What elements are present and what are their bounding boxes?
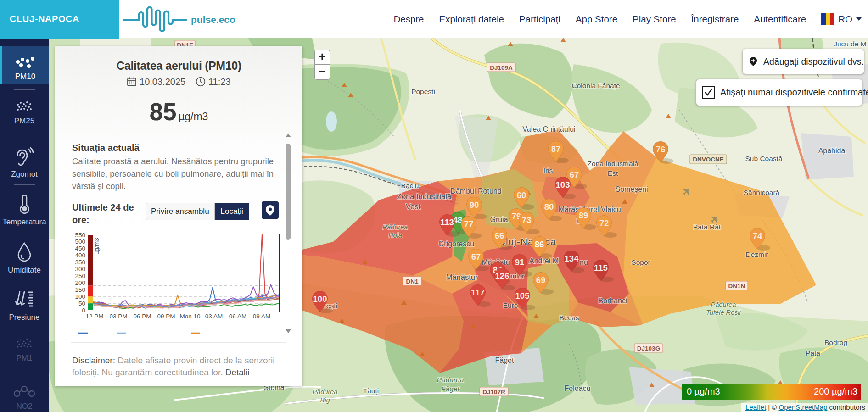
svg-text:73: 73 <box>522 215 532 225</box>
svg-text:Hoia: Hoia <box>388 232 402 239</box>
svg-text:Grigorescu: Grigorescu <box>438 240 474 248</box>
svg-text:Sopor: Sopor <box>631 258 650 266</box>
svg-text:74: 74 <box>753 231 762 241</box>
svg-text:Baciu: Baciu <box>401 182 419 189</box>
svg-text:200: 200 <box>75 279 85 286</box>
svg-text:Mon 10: Mon 10 <box>179 313 200 320</box>
svg-text:113: 113 <box>440 217 454 227</box>
svg-text:86: 86 <box>535 239 544 249</box>
svg-text:Borhanci: Borhanci <box>598 297 627 305</box>
svg-text:72: 72 <box>599 218 609 228</box>
svg-text:Pădurea: Pădurea <box>711 301 736 308</box>
svg-text:Sânnicoară: Sânnicoară <box>744 189 780 196</box>
svg-text:550: 550 <box>75 232 85 239</box>
svg-text:nu: nu <box>580 258 588 266</box>
svg-text:0: 0 <box>82 307 85 314</box>
svg-text:09 PM: 09 PM <box>157 313 175 320</box>
svg-text:60: 60 <box>517 190 526 200</box>
svg-text:DJ109A: DJ109A <box>490 64 513 71</box>
svg-text:89: 89 <box>579 211 588 220</box>
svg-text:500: 500 <box>75 238 85 245</box>
svg-text:67: 67 <box>471 252 481 262</box>
svg-text:77: 77 <box>464 219 474 229</box>
svg-text:Zona Industrială: Zona Industrială <box>397 192 452 200</box>
svg-text:Pata Rât: Pata Rât <box>693 223 721 231</box>
svg-text:pulse.eco: pulse.eco <box>191 14 235 25</box>
svg-text:67: 67 <box>570 170 579 179</box>
svg-text:126: 126 <box>495 271 510 281</box>
svg-text:50: 50 <box>78 300 85 307</box>
svg-text:Zona Industrială: Zona Industrială <box>587 160 638 167</box>
svg-text:Iris: Iris <box>543 167 553 174</box>
svg-text:300: 300 <box>75 266 85 273</box>
svg-text:69: 69 <box>536 275 546 285</box>
svg-text:Feleacu: Feleacu <box>565 384 591 392</box>
svg-text:Pata: Pata <box>806 349 820 357</box>
svg-text:Tăuți: Tăuți <box>363 387 379 395</box>
svg-text:66: 66 <box>495 231 504 240</box>
svg-text:100: 100 <box>313 294 327 304</box>
svg-text:Pădurea: Pădurea <box>437 376 464 384</box>
svg-text:Popești: Popești <box>411 88 435 95</box>
svg-text:115: 115 <box>594 263 608 273</box>
svg-text:Făget: Făget <box>441 385 459 393</box>
svg-text:Făget: Făget <box>495 356 514 364</box>
svg-text:Pădurea: Pădurea <box>383 223 408 231</box>
svg-text:400: 400 <box>75 252 85 259</box>
svg-text:150: 150 <box>75 286 85 293</box>
svg-text:Euro: Euro <box>503 301 518 309</box>
svg-text:87: 87 <box>551 144 561 154</box>
svg-text:Pădurea: Pădurea <box>313 388 338 395</box>
svg-text:DN1N: DN1N <box>728 283 745 290</box>
svg-text:03 AM: 03 AM <box>205 313 223 320</box>
svg-text:Valea Chintăului: Valea Chintăului <box>522 125 575 133</box>
svg-text:80: 80 <box>544 202 554 212</box>
svg-text:117: 117 <box>471 288 485 297</box>
svg-text:103: 103 <box>556 180 570 189</box>
svg-text:06 PM: 06 PM <box>133 313 151 320</box>
svg-text:09 AM: 09 AM <box>253 313 270 320</box>
svg-text:105: 105 <box>515 291 530 301</box>
svg-text:12 PM: 12 PM <box>85 313 103 320</box>
svg-text:Tufele Roșii: Tufele Roșii <box>706 309 741 316</box>
svg-text:DJ103G: DJ103G <box>637 345 660 352</box>
svg-text:250: 250 <box>75 273 85 279</box>
svg-text:µg/m3: µg/m3 <box>93 238 100 255</box>
svg-text:Jucu de M: Jucu de M <box>834 40 867 48</box>
svg-text:DNVOCNE: DNVOCNE <box>693 156 724 163</box>
svg-text:Sub Coastă: Sub Coastă <box>745 155 783 162</box>
svg-text:134: 134 <box>565 254 579 263</box>
svg-text:100: 100 <box>75 293 85 300</box>
svg-text:Dezmir: Dezmir <box>745 251 768 258</box>
svg-text:Someșeni: Someșeni <box>615 185 648 193</box>
svg-text:Dâmbul Rotund: Dâmbul Rotund <box>450 187 501 195</box>
svg-text:03 PM: 03 PM <box>109 313 127 320</box>
svg-text:350: 350 <box>75 259 85 266</box>
svg-text:06 AM: 06 AM <box>229 313 246 320</box>
svg-text:Big: Big <box>320 396 330 404</box>
svg-text:Apahida: Apahida <box>818 147 846 155</box>
svg-text:91: 91 <box>515 257 525 267</box>
svg-text:Vest: Vest <box>406 202 421 211</box>
svg-text:Est: Est <box>608 169 618 177</box>
svg-text:76: 76 <box>656 145 666 154</box>
svg-text:DN1: DN1 <box>406 278 418 285</box>
svg-text:Bodrog: Bodrog <box>824 339 847 346</box>
svg-text:Becaș: Becaș <box>559 314 579 322</box>
svg-text:450: 450 <box>75 245 85 252</box>
svg-text:DJ107R: DJ107R <box>482 389 505 395</box>
svg-text:Gruia: Gruia <box>490 216 508 223</box>
svg-text:Mănăștur: Mănăștur <box>446 273 478 281</box>
svg-text:Colonia Fânațe: Colonia Fânațe <box>571 82 620 89</box>
svg-text:90: 90 <box>470 200 479 210</box>
